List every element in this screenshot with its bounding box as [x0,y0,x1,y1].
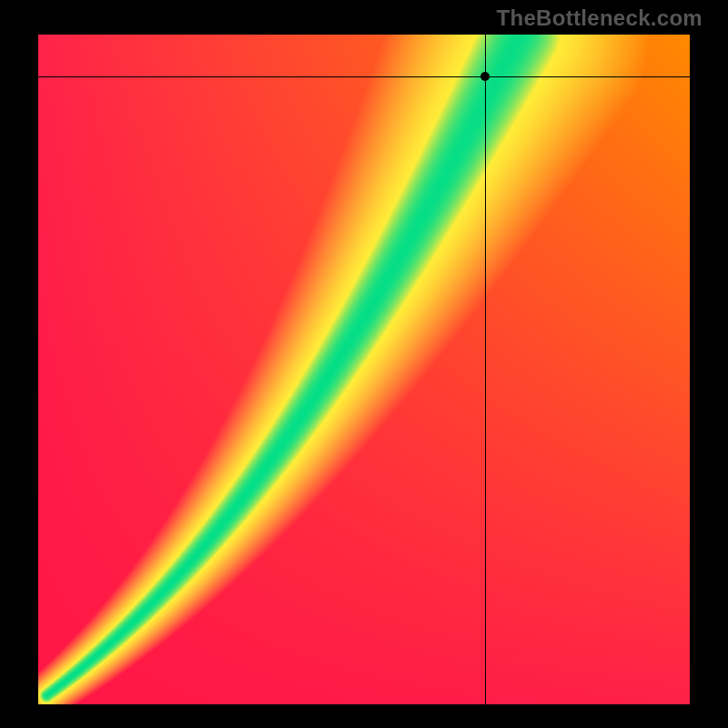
crosshair-marker [480,72,490,81]
chart-stage: TheBottleneck.com [0,0,728,728]
heatmap-canvas [36,33,692,706]
heatmap-plot [36,33,692,706]
crosshair-vertical [485,33,486,706]
watermark-text: TheBottleneck.com [497,5,703,31]
crosshair-horizontal [36,76,692,77]
